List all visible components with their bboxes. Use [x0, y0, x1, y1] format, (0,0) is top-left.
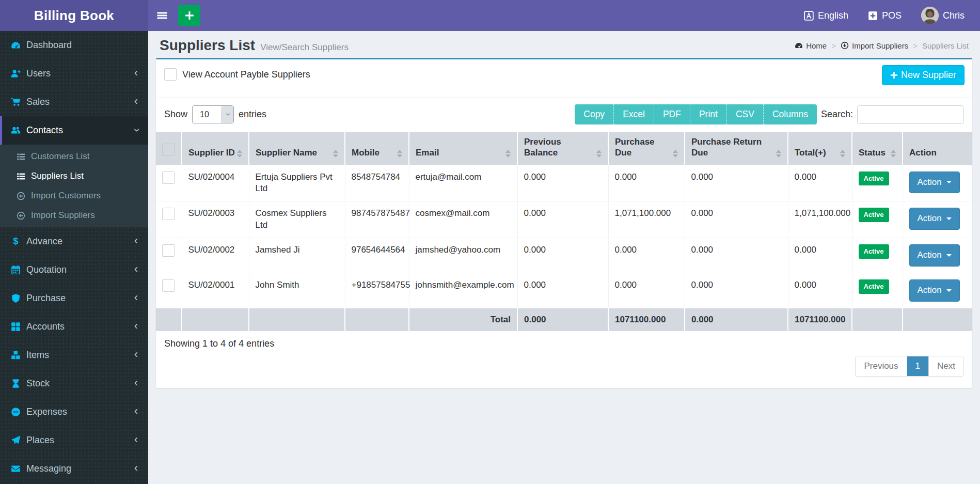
sidebar-item-places[interactable]: Places‹: [0, 426, 148, 455]
sort-icon[interactable]: [505, 150, 511, 159]
pagination-next[interactable]: Next: [929, 356, 963, 376]
search-input[interactable]: [857, 105, 964, 124]
sidebar-item-expenses[interactable]: Expenses‹: [0, 398, 148, 426]
app-logo[interactable]: Billing Book: [0, 0, 148, 31]
total-empty-cell: [249, 308, 345, 332]
sidebar-item-label: Contacts: [26, 125, 63, 136]
sidebar-item-stock[interactable]: Stock‹: [0, 369, 148, 398]
list-icon: [17, 172, 31, 181]
cell-action: Action: [903, 273, 972, 308]
column-header-purchase-due[interactable]: Purchase Due: [608, 132, 685, 165]
sidebar-item-contacts[interactable]: Contacts‹: [0, 116, 148, 145]
column-header-supplier-id[interactable]: Supplier ID: [182, 132, 249, 165]
view-account-payable-checkbox[interactable]: [164, 68, 177, 81]
column-header-total[interactable]: Total(+): [788, 132, 852, 165]
column-header-email[interactable]: Email: [409, 132, 517, 165]
sidebar-item-advance[interactable]: $Advance‹: [0, 227, 148, 256]
chevron-left-icon: ‹: [134, 462, 138, 474]
column-header-purchase-return-due[interactable]: Purchase Return Due: [685, 132, 788, 165]
suppliers-card: View Account Payble Suppliers New Suppli…: [156, 58, 972, 388]
cell-id: SU/02/0003: [182, 201, 249, 238]
plus-icon: [890, 71, 898, 79]
view-account-payable-filter[interactable]: View Account Payble Suppliers: [164, 68, 310, 81]
row-checkbox[interactable]: [162, 279, 175, 292]
pos-button[interactable]: POS: [868, 10, 902, 21]
csv-export-button[interactable]: CSV: [727, 104, 764, 124]
app-window: Billing Book English POS Chris: [0, 0, 980, 484]
cell-name: Cosmex Suppliers Ltd: [249, 201, 345, 238]
sort-icon[interactable]: [776, 150, 781, 159]
column-header-action: Action: [903, 132, 972, 165]
sidebar-subitem-customers-list[interactable]: Customers List: [0, 147, 148, 166]
chevron-left-icon: ‹: [134, 405, 138, 417]
sidebar-item-quotation[interactable]: Quotation‹: [0, 256, 148, 284]
cell-previous-balance: 0.000: [517, 201, 608, 238]
sidebar-item-users[interactable]: Users‹: [0, 59, 148, 88]
sidebar-subitem-label: Import Customers: [31, 191, 101, 201]
sort-icon[interactable]: [596, 150, 602, 159]
cell-action: Action: [903, 165, 972, 201]
sidebar-item-messaging[interactable]: Messaging‹: [0, 455, 148, 483]
action-dropdown-button[interactable]: Action: [909, 208, 960, 230]
sidebar-subitem-label: Suppliers List: [31, 171, 84, 181]
sort-icon[interactable]: [840, 150, 845, 159]
select-all-checkbox[interactable]: [162, 144, 175, 156]
table-toolbar: Show 10 ‹ entries CopyExcelPDFPrintCSVCo…: [156, 98, 972, 132]
sidebar-subitem-label: Customers List: [31, 151, 89, 162]
import-left-icon: [17, 192, 31, 200]
column-header-label: Supplier Name: [256, 147, 317, 158]
page-length-select[interactable]: 10 ‹: [192, 105, 234, 123]
sort-icon[interactable]: [891, 150, 896, 159]
sidebar-item-label: Users: [26, 68, 51, 79]
pagination-previous[interactable]: Previous: [856, 356, 907, 376]
action-dropdown-button[interactable]: Action: [909, 171, 960, 194]
column-header-supplier-name[interactable]: Supplier Name: [249, 132, 345, 165]
language-menu[interactable]: English: [804, 10, 848, 21]
excel-export-button[interactable]: Excel: [614, 104, 654, 124]
sidebar-toggle-button[interactable]: [148, 0, 176, 31]
row-select-cell: [156, 165, 182, 201]
row-checkbox[interactable]: [162, 171, 175, 184]
caret-down-icon: [946, 217, 952, 220]
plus-icon: [185, 11, 194, 20]
sort-icon[interactable]: [333, 150, 338, 159]
breadcrumb-item-import-suppliers[interactable]: Import Suppliers: [841, 41, 908, 50]
pagination-page-1[interactable]: 1: [907, 356, 929, 376]
new-supplier-label: New Supplier: [901, 70, 956, 81]
copy-export-button[interactable]: Copy: [575, 104, 614, 124]
page-subtitle: View/Search Suppliers: [260, 42, 349, 53]
page-length-value: 10: [193, 106, 222, 123]
user-menu[interactable]: Chris: [921, 7, 965, 24]
sidebar-item-accounts[interactable]: Accounts‹: [0, 313, 148, 341]
action-dropdown-button[interactable]: Action: [909, 244, 960, 267]
columns-export-button[interactable]: Columns: [764, 104, 817, 124]
sidebar-item-sales[interactable]: Sales‹: [0, 88, 148, 116]
sidebar-item-dashboard[interactable]: Dashboard: [0, 31, 148, 59]
sidebar-subitem-import-customers[interactable]: Import Customers: [0, 186, 148, 206]
print-export-button[interactable]: Print: [690, 104, 727, 124]
sidebar-subitem-suppliers-list[interactable]: Suppliers List: [0, 166, 148, 186]
column-header-previous-balance[interactable]: Previous Balance: [517, 132, 608, 165]
sidebar-item-items[interactable]: Items‹: [0, 341, 148, 369]
breadcrumb-item-home[interactable]: Home: [795, 41, 827, 50]
cell-email: johnsmith@example.com: [409, 273, 517, 308]
row-checkbox[interactable]: [162, 244, 175, 257]
sort-icon[interactable]: [237, 150, 242, 159]
sidebar-item-label: Accounts: [26, 321, 65, 332]
row-checkbox[interactable]: [162, 208, 175, 220]
sort-icon[interactable]: [673, 150, 678, 159]
column-header-mobile[interactable]: Mobile: [345, 132, 409, 165]
sort-icon[interactable]: [397, 150, 402, 159]
column-header-status[interactable]: Status: [852, 132, 903, 165]
sidebar-item-purchase[interactable]: Purchase‹: [0, 284, 148, 313]
status-badge: Active: [859, 279, 889, 294]
pdf-export-button[interactable]: PDF: [654, 104, 690, 124]
new-supplier-button[interactable]: New Supplier: [882, 65, 965, 85]
quick-add-button[interactable]: [178, 5, 200, 26]
cell-total: 0.000: [788, 238, 852, 273]
sidebar-subitem-import-suppliers[interactable]: Import Suppliers: [0, 206, 148, 225]
sidebar-subitem-label: Import Suppliers: [31, 210, 95, 221]
svg-text:$: $: [13, 237, 19, 246]
chevron-left-icon: ‹: [134, 235, 138, 246]
action-dropdown-button[interactable]: Action: [909, 279, 960, 302]
